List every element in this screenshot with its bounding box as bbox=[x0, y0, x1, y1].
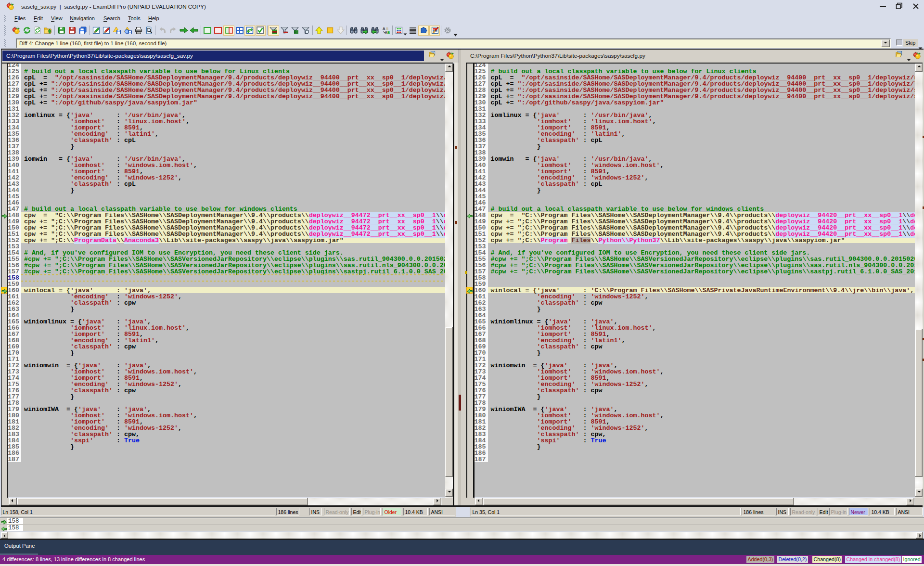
svg-text:B: B bbox=[387, 30, 390, 34]
